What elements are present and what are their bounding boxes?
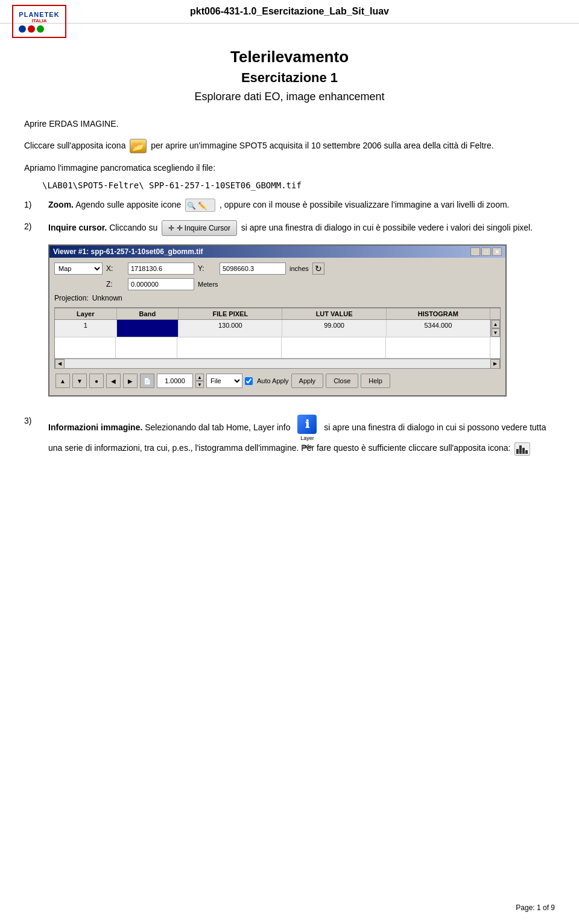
section-click: Cliccare sull'apposita icona 📂 per aprir…	[24, 139, 555, 153]
item-2-label: Inquire cursor.	[48, 223, 107, 232]
auto-apply-checkbox[interactable]	[245, 377, 253, 385]
file-btn-icon[interactable]: 📄	[140, 374, 154, 388]
dialog-table-container: Layer Band FILE PIXEL LUT VALUE HISTOGRA…	[54, 307, 501, 369]
dialog-title: Viewer #1: spp-61-257-1-10set06_gbomm.ti…	[53, 247, 203, 256]
open-icon: 📂	[130, 139, 147, 153]
spin-arrows: ▲ ▼	[195, 374, 204, 388]
close-dialog-button[interactable]: Close	[326, 374, 358, 388]
item-1-content: Zoom. Agendo sulle apposite icone , oppu…	[48, 199, 555, 212]
col-lutvalue: LUT VALUE	[282, 308, 386, 319]
content: Telerilevamento Esercitazione 1 Esplorar…	[0, 24, 579, 476]
item-2-num: 2)	[24, 220, 48, 236]
file-intro: Apriamo l'immagine pancromatica sceglien…	[24, 163, 215, 173]
sub-title: Esercitazione 1	[24, 70, 555, 86]
apply-button[interactable]: Apply	[291, 374, 324, 388]
footer: Page: 1 of 9	[516, 903, 555, 912]
cell-filepixel: 130.000	[179, 320, 282, 337]
item-2-content: Inquire cursor. Cliccando su ✛ ✛ Inquire…	[48, 220, 555, 236]
cell-layer: 1	[55, 320, 117, 337]
layer-info-label: LayerInfo	[300, 435, 314, 451]
item-2: 2) Inquire cursor. Cliccando su ✛ ✛ Inqu…	[24, 220, 555, 236]
scroll-up-arrow[interactable]: ▲	[492, 320, 500, 328]
table-scrollbar: ▲ ▼	[490, 320, 500, 337]
x-label: X:	[106, 264, 124, 273]
item-3-text-before: Selezionando dal tab Home, Layer info	[145, 423, 290, 433]
click-text-after: per aprire un'immagine SPOT5 acquisita i…	[151, 141, 493, 150]
layer-info-img: ℹ	[297, 415, 317, 434]
left-arrow-btn[interactable]: ◀	[106, 374, 121, 388]
header: PLANETEK ITALIA pkt006-431-1.0_Esercitaz…	[0, 0, 579, 24]
dialog-window: Viewer #1: spp-61-257-1-10set06_gbomm.ti…	[48, 244, 507, 397]
dialog-projection-row: Projection: Unknown	[54, 294, 501, 302]
dialog-title-buttons: _ □ ✕	[470, 247, 502, 256]
arrow-up-btn[interactable]: ▲	[55, 374, 70, 388]
item-3-label: Informazioni immagine.	[48, 423, 142, 433]
dialog-controls: ▲ ▼ ● ◀ ▶ 📄 ▲ ▼ File	[54, 371, 501, 390]
z-input[interactable]	[128, 278, 194, 290]
dialog-container: Viewer #1: spp-61-257-1-10set06_gbomm.ti…	[48, 244, 555, 397]
play-btn[interactable]: ▶	[123, 374, 138, 388]
histogram-icon	[514, 442, 530, 456]
table-header: Layer Band FILE PIXEL LUT VALUE HISTOGRA…	[55, 308, 500, 320]
section-open: Aprire ERDAS IMAGINE.	[24, 118, 555, 130]
dialog-row-xy: Map X: Y: inches ↻	[54, 263, 501, 275]
logo-box: PLANETEK ITALIA	[12, 5, 66, 38]
cell-histogram: 5344.000	[387, 320, 490, 337]
map-select[interactable]: Map	[54, 263, 103, 275]
logo: PLANETEK ITALIA	[12, 5, 66, 38]
click-text-before: Cliccare sull'apposita icona	[24, 141, 125, 150]
header-title: pkt006-431-1.0_Esercitazione_Lab_Sit_Iua…	[190, 6, 389, 17]
cursor-icon: ✛	[168, 224, 174, 232]
table-scrollbar-placeholder	[490, 308, 500, 319]
dialog-row-z: Z: Meters	[54, 278, 501, 290]
auto-apply-label: Auto Apply	[257, 377, 289, 384]
item-1-text: Agendo sulle apposite icone	[75, 200, 181, 209]
y-label: Y:	[198, 264, 216, 273]
maximize-button[interactable]: □	[481, 247, 491, 256]
scroll-left-btn[interactable]: ◀	[55, 359, 65, 369]
open-text: Aprire ERDAS IMAGINE.	[24, 119, 118, 129]
x-input[interactable]	[128, 263, 194, 275]
refresh-button[interactable]: ↻	[312, 263, 324, 275]
projection-label: Projection:	[54, 294, 89, 302]
dialog-body: Map X: Y: inches ↻ Z: Meters	[49, 258, 505, 395]
file-select[interactable]: File	[206, 374, 242, 388]
z-label: Z:	[106, 280, 124, 288]
projection-value: Unknown	[92, 294, 122, 302]
help-button[interactable]: Help	[361, 374, 390, 388]
page-number: Page: 1 of 9	[516, 903, 555, 912]
spin-down[interactable]: ▼	[195, 381, 204, 388]
spin-input[interactable]	[157, 374, 193, 388]
inquire-btn-label: ✛ Inquire Cursor	[177, 224, 230, 232]
scroll-right-btn[interactable]: ▶	[490, 359, 500, 369]
col-layer: Layer	[55, 308, 117, 319]
zoom-icons	[185, 199, 215, 212]
logo-italia-text: ITALIA	[19, 18, 59, 24]
layer-info-icon: ℹ LayerInfo	[295, 415, 319, 442]
col-band: Band	[117, 308, 179, 319]
file-path: \LAB01\SPOT5-Feltre\ SPP-61-257-1-10SET0…	[42, 180, 555, 190]
table-row-empty	[55, 337, 500, 358]
inquire-cursor-btn[interactable]: ✛ ✛ Inquire Cursor	[162, 220, 237, 236]
h-scrollbar[interactable]: ◀ ▶	[55, 358, 500, 368]
main-title: Telerilevamento	[24, 48, 555, 66]
scroll-down-arrow[interactable]: ▼	[492, 328, 500, 337]
item-1-num: 1)	[24, 199, 48, 212]
minimize-button[interactable]: _	[470, 247, 480, 256]
circle-btn[interactable]: ●	[89, 374, 104, 388]
spin-up[interactable]: ▲	[195, 374, 204, 381]
close-button[interactable]: ✕	[492, 247, 502, 256]
sub-title2: Esplorare dati EO, image enhancement	[24, 91, 555, 103]
item-3: 3) Informazioni immagine. Selezionando d…	[24, 415, 555, 455]
item-2-text-before: Cliccando su	[109, 223, 157, 232]
arrow-down-btn[interactable]: ▼	[72, 374, 87, 388]
item-1-text2: , oppure con il mouse è possibile visual…	[220, 200, 509, 209]
section-file: Apriamo l'immagine pancromatica sceglien…	[24, 162, 555, 174]
layer-info-icon-inner: ℹ LayerInfo	[295, 415, 319, 451]
y-input[interactable]	[220, 263, 286, 275]
xy-units: inches	[290, 265, 309, 272]
table-body: 1 130.000 99.000 5344.000 ▲ ▼	[55, 320, 500, 358]
table-row-1: 1 130.000 99.000 5344.000 ▲ ▼	[55, 320, 500, 337]
cell-lutvalue: 99.000	[282, 320, 386, 337]
col-histogram: HISTOGRAM	[387, 308, 490, 319]
